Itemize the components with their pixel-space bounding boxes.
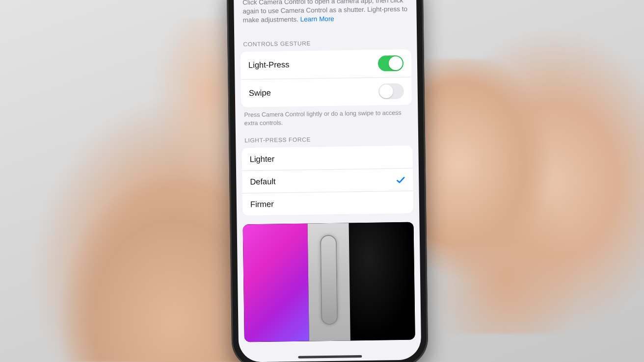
option-lighter[interactable]: Lighter [242, 146, 413, 171]
camera-control-description: Click Camera Control to open a camera ap… [234, 0, 417, 31]
controls-gesture-footer: Press Camera Control lightly or do a lon… [235, 104, 418, 128]
preview-wallpaper [243, 224, 310, 342]
light-press-toggle[interactable] [378, 55, 403, 71]
swipe-toggle[interactable] [378, 83, 404, 99]
light-press-force-group: Lighter Default Firmer [242, 146, 413, 216]
option-label: Default [250, 177, 276, 187]
learn-more-link[interactable]: Learn More [300, 15, 334, 23]
phone-screen: Click Camera Control to open a camera ap… [234, 0, 422, 362]
preview-side-button [308, 223, 350, 341]
row-light-press[interactable]: Light-Press [241, 49, 412, 79]
row-swipe[interactable]: Swipe [241, 77, 412, 107]
camera-control-preview [243, 222, 415, 342]
checkmark-icon [396, 176, 405, 184]
option-default[interactable]: Default [242, 168, 413, 193]
section-header-controls-gesture: CONTROLS GESTURE [234, 28, 417, 52]
option-label: Lighter [250, 154, 275, 164]
phone-frame: Click Camera Control to open a camera ap… [226, 0, 428, 362]
option-firmer[interactable]: Firmer [242, 191, 414, 216]
option-label: Firmer [250, 200, 274, 209]
left-hand [0, 19, 255, 362]
controls-gesture-group: Light-Press Swipe [241, 49, 412, 107]
section-header-light-press-force: LIGHT-PRESS FORCE [236, 125, 419, 148]
row-label: Swipe [249, 88, 271, 98]
preview-dark-panel [349, 222, 415, 341]
right-hand [413, 59, 644, 334]
settings-scroll[interactable]: Click Camera Control to open a camera ap… [234, 0, 422, 362]
row-label: Light-Press [248, 60, 290, 70]
